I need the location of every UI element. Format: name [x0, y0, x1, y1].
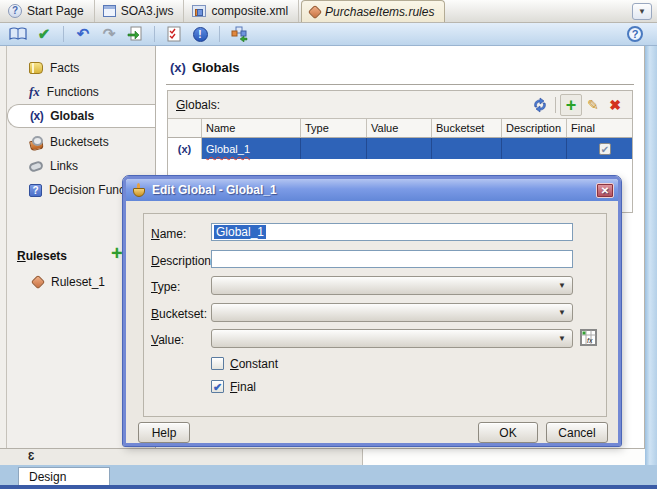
- log-message-button[interactable]: !: [190, 25, 210, 44]
- delete-x-icon: ✖: [609, 97, 621, 113]
- tab-overflow-button[interactable]: ▼: [632, 3, 652, 20]
- cell-final[interactable]: ✔: [567, 138, 632, 159]
- tab-purchaseitems-rules[interactable]: PurchaseItems.rules: [301, 0, 445, 22]
- row-type-icon: (x): [168, 138, 202, 159]
- tab-start-page[interactable]: ? Start Page: [0, 0, 95, 22]
- bucketset-dropdown[interactable]: ▼: [211, 303, 573, 322]
- tab-label: SOA3.jws: [121, 4, 174, 18]
- sidebar-item-label: Functions: [47, 85, 99, 99]
- column-header-bucketset[interactable]: Bucketset: [432, 119, 502, 137]
- panel-separator: [555, 97, 556, 113]
- toolbar-separator: [63, 26, 64, 42]
- cell-name[interactable]: Global_1: [202, 138, 301, 159]
- composite-icon: [192, 5, 206, 17]
- validate-button[interactable]: ✔: [34, 25, 54, 44]
- name-input-value: Global_1: [214, 225, 266, 239]
- question-icon: ?: [632, 28, 639, 40]
- redo-icon: ↷: [103, 27, 116, 41]
- sidebar-item-globals[interactable]: (x) Globals: [7, 104, 155, 128]
- undo-button[interactable]: ↶: [73, 25, 93, 44]
- close-icon: ✕: [601, 185, 609, 196]
- chevron-down-icon: ▼: [638, 7, 646, 16]
- application-icon: [103, 5, 116, 17]
- checklist-icon: [167, 26, 181, 42]
- document-arrow-icon: [127, 26, 143, 42]
- start-page-icon: ?: [8, 4, 22, 18]
- window-right-edge: [645, 46, 657, 465]
- pencil-icon: ✎: [587, 97, 599, 113]
- document-tab-bar: ? Start Page SOA3.jws composite.xml Purc…: [0, 0, 657, 23]
- rules-editor-toolbar: ✔ ↶ ↷ ! ?: [0, 23, 657, 46]
- name-input[interactable]: Global_1: [211, 223, 573, 241]
- ruleset-diamond-icon: [31, 275, 45, 289]
- column-header-name[interactable]: Name: [202, 119, 301, 137]
- table-header-row: Name Type Value Bucketset Description Fi…: [168, 119, 632, 138]
- value-dropdown[interactable]: ▼: [211, 329, 573, 348]
- constant-label: Constant: [230, 357, 278, 371]
- refresh-button[interactable]: [529, 94, 551, 116]
- dictionary-button[interactable]: [8, 25, 28, 44]
- constant-checkbox[interactable]: [211, 357, 224, 370]
- tab-soa3-jws[interactable]: SOA3.jws: [95, 0, 185, 22]
- help-button[interactable]: Help: [138, 422, 190, 443]
- tab-composite-xml[interactable]: composite.xml: [184, 0, 299, 22]
- expression-builder-button[interactable]: fx: [580, 329, 597, 346]
- expression-builder-icon: fx: [581, 330, 596, 345]
- final-checkbox[interactable]: ✔: [211, 380, 224, 393]
- collapsed-panel-splitter[interactable]: [0, 46, 7, 448]
- ruleset-label: Ruleset_1: [51, 275, 105, 289]
- table-row[interactable]: (x) Global_1 ✔: [168, 138, 632, 159]
- sidebar-item-facts[interactable]: Facts: [7, 56, 155, 80]
- globals-x-icon: (x): [30, 109, 43, 123]
- redo-button[interactable]: ↷: [99, 25, 119, 44]
- refresh-icon: [532, 97, 548, 113]
- cell-description[interactable]: [502, 138, 567, 159]
- cell-bucketset[interactable]: [432, 138, 502, 159]
- sidebar-item-label: Links: [50, 159, 78, 173]
- bucketset-label: Bucketset:: [151, 307, 207, 321]
- tab-label: PurchaseItems.rules: [325, 5, 434, 19]
- type-dropdown[interactable]: ▼: [211, 276, 573, 295]
- toolbar-separator: [154, 26, 155, 42]
- add-ruleset-button[interactable]: +: [111, 242, 123, 265]
- rulesets-header: Rulesets: [17, 249, 67, 263]
- description-input[interactable]: [211, 250, 573, 268]
- cell-value[interactable]: [367, 138, 432, 159]
- decision-functions-icon: ?: [29, 184, 42, 197]
- final-label: Final: [230, 380, 256, 394]
- column-header-description[interactable]: Description: [502, 119, 567, 137]
- ok-button[interactable]: OK: [478, 422, 538, 443]
- column-header-final[interactable]: Final: [567, 119, 632, 137]
- globals-table: Name Type Value Bucketset Description Fi…: [168, 119, 632, 159]
- composite-nav-button[interactable]: [229, 25, 249, 44]
- sidebar-item-functions[interactable]: fx Functions: [7, 80, 155, 104]
- delete-global-button[interactable]: ✖: [604, 94, 626, 116]
- column-header-value[interactable]: Value: [367, 119, 432, 137]
- messages-icon: Ɛ: [28, 451, 34, 462]
- help-button[interactable]: ?: [627, 26, 643, 42]
- plus-icon: +: [566, 97, 577, 113]
- import-button[interactable]: [125, 25, 145, 44]
- global-name-text: Global_1: [206, 143, 250, 155]
- value-label: Value:: [151, 333, 184, 347]
- facts-book-icon: [29, 62, 43, 74]
- cancel-button[interactable]: Cancel: [546, 422, 608, 443]
- dialog-title-bar[interactable]: Edit Global - Global_1 ✕: [126, 179, 618, 201]
- cell-type[interactable]: [301, 138, 367, 159]
- close-button[interactable]: ✕: [596, 183, 614, 198]
- functions-fx-icon: fx: [29, 84, 40, 100]
- column-header-type[interactable]: Type: [301, 119, 367, 137]
- sidebar-item-bucketsets[interactable]: Bucketsets: [7, 130, 155, 154]
- window-bottom-edge: [0, 485, 657, 489]
- sidebar-item-links[interactable]: Links: [7, 154, 155, 178]
- title-divider: [166, 84, 634, 85]
- add-global-button[interactable]: +: [560, 94, 582, 116]
- name-label: Name:: [151, 227, 186, 241]
- globals-panel-header: Globals: + ✎ ✖: [168, 91, 632, 119]
- design-tab-label: Design: [29, 470, 66, 484]
- checklist-button[interactable]: [164, 25, 184, 44]
- edit-global-button[interactable]: ✎: [582, 94, 604, 116]
- tab-design[interactable]: Design: [18, 467, 110, 486]
- description-label: Description:: [151, 254, 214, 268]
- final-checkbox[interactable]: ✔: [599, 143, 611, 155]
